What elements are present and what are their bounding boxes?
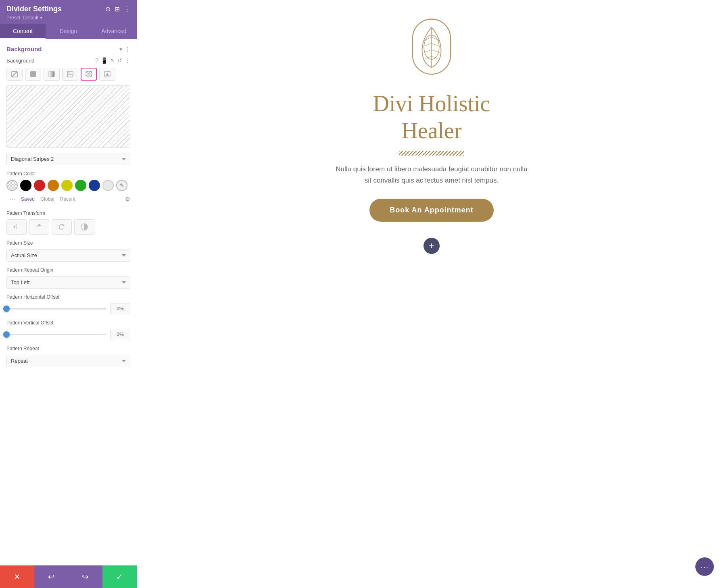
cancel-icon: ✕ xyxy=(14,572,21,582)
color-swatches: ✎ xyxy=(6,180,130,191)
reset-icon[interactable]: ↺ xyxy=(117,57,122,64)
pattern-h-offset-thumb[interactable] xyxy=(3,305,10,312)
cancel-button[interactable]: ✕ xyxy=(0,565,34,588)
background-row: Background ? 📱 ↖ ↺ ⋮ xyxy=(6,57,130,64)
pattern-repeat-label: Pattern Repeat xyxy=(6,346,130,351)
preview-site-title: Divi Holistic Healer xyxy=(373,90,490,144)
background-section-header: Background ▾ ⋮ xyxy=(6,46,130,52)
help-icon[interactable]: ? xyxy=(95,57,98,64)
swatch-black[interactable] xyxy=(20,180,31,191)
redo-icon: ↪ xyxy=(82,572,89,582)
add-section-button[interactable]: + xyxy=(424,238,440,254)
pattern-h-offset-value[interactable]: 0% xyxy=(110,303,130,314)
swatch-green[interactable] xyxy=(75,180,86,191)
bg-type-mask[interactable] xyxy=(99,68,115,81)
svg-line-0 xyxy=(12,72,17,77)
undo-button[interactable]: ↩ xyxy=(34,565,69,588)
color-tab-saved[interactable]: Saved xyxy=(21,196,35,202)
tabs-bar: Content Design Advanced xyxy=(0,24,137,39)
preview-divider xyxy=(399,151,464,156)
svg-rect-2 xyxy=(30,71,36,77)
options-icon[interactable]: ⋮ xyxy=(125,57,130,64)
bg-row-icons: ? 📱 ↖ ↺ ⋮ xyxy=(95,57,130,64)
pattern-size-select[interactable]: Actual Size Stretch Cover Contain xyxy=(6,249,130,262)
panel-body: Background ▾ ⋮ Background ? 📱 ↖ ↺ ⋮ xyxy=(0,39,137,565)
cursor-icon[interactable]: ↖ xyxy=(110,57,115,64)
swatch-blue[interactable] xyxy=(89,180,100,191)
more-colors-btn[interactable]: ··· xyxy=(6,193,18,205)
transform-buttons xyxy=(6,219,130,235)
pattern-repeat-select[interactable]: Repeat Repeat X Repeat Y No Repeat Space… xyxy=(6,355,130,367)
pattern-h-offset-label: Pattern Horizontal Offset xyxy=(6,294,130,300)
swatch-eyedropper[interactable]: ✎ xyxy=(116,180,127,191)
bg-type-image[interactable] xyxy=(62,68,78,81)
tab-design[interactable]: Design xyxy=(46,24,91,39)
undo-icon: ↩ xyxy=(48,572,55,582)
pattern-v-offset-value[interactable]: 0% xyxy=(110,329,130,340)
pattern-v-offset-track[interactable] xyxy=(6,334,106,335)
section-controls: ▾ ⋮ xyxy=(119,46,130,52)
svg-rect-4 xyxy=(67,71,73,77)
color-settings-icon[interactable]: ⚙ xyxy=(125,196,130,202)
book-appointment-button[interactable]: Book An Appointment xyxy=(369,199,494,222)
site-logo xyxy=(405,16,458,81)
pattern-repeat-origin-label: Pattern Repeat Origin xyxy=(6,267,130,273)
preset-label[interactable]: Preset: Default xyxy=(6,15,130,21)
preview-body-text: Nulla quis lorem ut libero malesuada feu… xyxy=(335,164,528,185)
pattern-v-offset-label: Pattern Vertical Offset xyxy=(6,320,130,326)
panel-header-icons: ⊙ ⊞ ⋮ xyxy=(105,5,130,13)
save-button[interactable]: ✓ xyxy=(102,565,137,588)
pattern-preview xyxy=(6,85,130,148)
tab-advanced[interactable]: Advanced xyxy=(91,24,137,39)
mobile-icon[interactable]: 📱 xyxy=(101,57,108,64)
pattern-h-offset-track[interactable] xyxy=(6,308,106,310)
layout-icon[interactable]: ⊞ xyxy=(115,5,120,13)
swatch-yellow[interactable] xyxy=(61,180,73,191)
swatch-white[interactable] xyxy=(102,180,114,191)
bg-type-gradient[interactable] xyxy=(44,68,60,81)
transform-flip-h[interactable] xyxy=(6,219,27,235)
pattern-v-offset-thumb[interactable] xyxy=(3,331,10,338)
panel-header: Divider Settings ⊙ ⊞ ⋮ Preset: Default xyxy=(0,0,137,24)
bg-type-solid[interactable] xyxy=(25,68,41,81)
more-options-button[interactable]: ··· xyxy=(695,557,714,576)
svg-line-11 xyxy=(88,74,92,77)
bg-type-none[interactable] xyxy=(6,68,23,81)
color-tab-global[interactable]: Global xyxy=(40,196,54,202)
background-label: Background xyxy=(6,58,34,64)
pattern-style-select[interactable]: Diagonal Stripes 2 Diagonal Stripes 1 Do… xyxy=(6,153,130,165)
settings-panel: Divider Settings ⊙ ⊞ ⋮ Preset: Default C… xyxy=(0,0,137,588)
target-icon[interactable]: ⊙ xyxy=(105,5,111,13)
more-options-icon: ··· xyxy=(701,562,709,571)
panel-footer: ✕ ↩ ↪ ✓ xyxy=(0,565,137,588)
bg-type-buttons xyxy=(6,68,130,81)
swatch-checker[interactable] xyxy=(6,180,18,191)
panel-title: Divider Settings xyxy=(6,5,62,13)
pattern-h-offset-slider-container: 0% xyxy=(6,303,130,314)
redo-button[interactable]: ↪ xyxy=(69,565,103,588)
bg-type-pattern[interactable] xyxy=(81,68,97,81)
pattern-repeat-origin-select[interactable]: Top Left Top Center Top Right Center Bot… xyxy=(6,276,130,289)
tab-content[interactable]: Content xyxy=(0,24,46,39)
pattern-transform-label: Pattern Transform xyxy=(6,210,130,216)
color-tab-recent[interactable]: Recent xyxy=(60,196,75,202)
preview-area: Divi Holistic Healer Nulla quis lorem ut… xyxy=(137,0,726,588)
svg-point-5 xyxy=(69,73,70,74)
more-icon[interactable]: ⋮ xyxy=(124,5,130,13)
background-section-title: Background xyxy=(6,46,42,52)
transform-flip-v[interactable] xyxy=(29,219,49,235)
section-more-icon[interactable]: ⋮ xyxy=(125,46,130,52)
color-tabs: Saved Global Recent xyxy=(21,196,75,202)
pattern-v-offset-slider-container: 0% xyxy=(6,329,130,340)
swatch-orange[interactable] xyxy=(48,180,59,191)
save-icon: ✓ xyxy=(116,572,123,582)
pattern-v-offset-row: Pattern Vertical Offset 0% xyxy=(6,320,130,340)
transform-rotate[interactable] xyxy=(52,219,72,235)
swatch-red[interactable] xyxy=(34,180,45,191)
svg-line-8 xyxy=(86,71,89,75)
transform-invert[interactable] xyxy=(74,219,94,235)
collapse-icon[interactable]: ▾ xyxy=(119,46,122,52)
pattern-color-label: Pattern Color xyxy=(6,171,130,177)
pattern-h-offset-row: Pattern Horizontal Offset 0% xyxy=(6,294,130,314)
add-icon: + xyxy=(429,241,434,251)
